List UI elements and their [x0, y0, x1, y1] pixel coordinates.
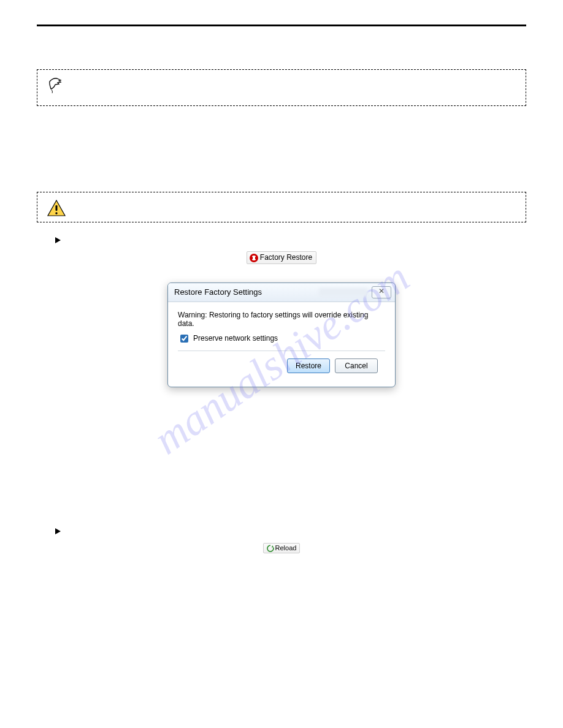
reload-icon	[267, 545, 274, 552]
arrow-icon	[55, 237, 61, 243]
dialog-blur-area	[319, 288, 368, 297]
dialog-titlebar: Restore Factory Settings ✕	[168, 283, 395, 302]
preserve-network-checkbox[interactable]	[180, 335, 188, 343]
preserve-network-text: Preserve network settings	[193, 334, 278, 343]
arrow-icon	[55, 528, 61, 534]
cancel-button[interactable]: Cancel	[335, 358, 378, 373]
reload-toolbar-button[interactable]: Reload	[263, 543, 301, 553]
page-header-rule	[37, 25, 526, 26]
factory-restore-label: Factory Restore	[260, 253, 312, 262]
reload-label: Reload	[275, 544, 297, 552]
restore-factory-dialog: Restore Factory Settings ✕ Warning: Rest…	[167, 282, 396, 387]
step-item-reload	[55, 526, 526, 536]
dialog-separator	[178, 351, 385, 351]
restore-button[interactable]: Restore	[287, 358, 330, 373]
factory-restore-toolbar-button[interactable]: Factory Restore	[247, 251, 316, 264]
warning-box	[37, 192, 526, 222]
dialog-warning-text: Warning: Restoring to factory settings w…	[178, 311, 385, 328]
dialog-title-text: Restore Factory Settings	[174, 287, 262, 297]
svg-point-1	[55, 212, 57, 214]
lifering-icon	[250, 254, 258, 262]
preserve-network-checkbox-label[interactable]: Preserve network settings	[178, 333, 385, 344]
warning-icon	[46, 199, 67, 218]
note-icon	[46, 76, 67, 97]
svg-rect-0	[56, 205, 58, 211]
dialog-close-button[interactable]: ✕	[372, 286, 391, 298]
step-item-factory-restore	[55, 235, 526, 244]
note-box	[37, 69, 526, 106]
